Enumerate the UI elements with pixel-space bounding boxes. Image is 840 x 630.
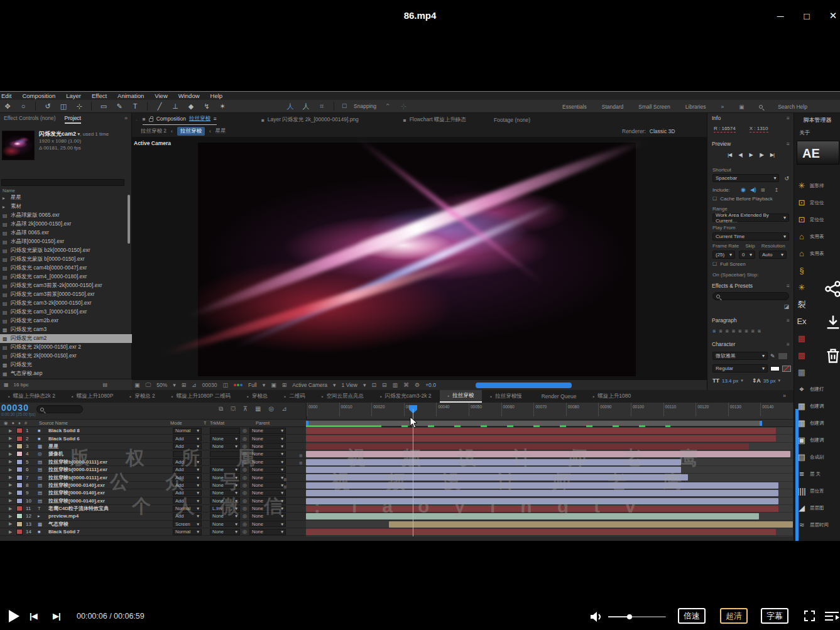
layer-duration-bar[interactable] <box>306 498 778 504</box>
minimize-icon[interactable]: ─ <box>775 11 786 21</box>
resolution-value[interactable]: Full <box>248 382 257 388</box>
tab-effect-controls[interactable]: Effect Controls (none) <box>4 115 56 124</box>
layer-color-swatch[interactable] <box>16 436 23 442</box>
cache-checkbox[interactable]: ☐ <box>712 196 717 202</box>
parent-pickwhip-icon[interactable]: ◎ <box>240 529 249 535</box>
project-file-item[interactable]: ▤ 闪烁发光 cam3_[0000-0150].exr <box>0 308 132 317</box>
project-search-bar[interactable] <box>1 179 124 186</box>
track-row[interactable] <box>306 459 793 466</box>
layer-duration-bar[interactable] <box>306 506 778 512</box>
layer-color-swatch[interactable] <box>16 506 23 511</box>
project-file-item[interactable]: ▤ 闪烁发光 cam2b.exr <box>0 317 132 325</box>
tabs-overflow-icon[interactable]: » <box>783 393 791 399</box>
parent-pickwhip-icon[interactable]: ◎ <box>240 428 249 433</box>
font-family-select[interactable]: 微软雅黑▾ <box>712 352 768 360</box>
axis-view-icon[interactable]: ⌗ <box>317 102 326 111</box>
effects-search-input[interactable] <box>712 292 789 300</box>
timeline-tab[interactable]: ▪ 穿梭总 <box>239 390 276 403</box>
fast-preview-icon[interactable]: ⊟ <box>382 382 387 388</box>
project-file-item[interactable]: ▤ 水晶球 2k[0000-0150].exr <box>0 220 132 229</box>
col-source-name[interactable]: Source Name <box>39 420 170 426</box>
last-frame-icon[interactable]: ▶| <box>770 152 774 158</box>
project-file-item[interactable]: ▩ 闪烁发光 <box>0 361 132 369</box>
col-t[interactable]: T <box>204 420 210 426</box>
project-file-item[interactable]: ▤ 闪烁发光 cam4_[0000-0180].exr <box>0 273 132 281</box>
menu-item[interactable]: Window <box>178 92 200 99</box>
script-item[interactable]: |||| 层位置 <box>797 482 840 499</box>
track-row[interactable] <box>306 435 793 442</box>
menu-item[interactable]: Layer <box>66 92 81 99</box>
stroke-bw-swatch[interactable] <box>770 366 780 371</box>
script-item[interactable]: ⌂ 实用表 <box>797 228 840 245</box>
fullscreen-checkbox[interactable]: ☐ <box>712 261 717 267</box>
layer-duration-bar[interactable] <box>306 443 749 450</box>
layer-duration-bar[interactable] <box>306 435 776 442</box>
project-file-item[interactable]: ▤ 闪烁发光 2k[0000-0150].exr <box>0 352 132 361</box>
project-file-item[interactable]: ▤ 水晶球 0065.exr <box>0 229 132 237</box>
trkmat-select[interactable]: None▾ <box>210 513 240 519</box>
graph-editor-icon[interactable]: ⊿ <box>281 405 286 413</box>
menu-item[interactable]: Animation <box>117 92 144 99</box>
menu-item[interactable]: Help <box>210 92 223 99</box>
blend-mode-select[interactable]: Add▾ <box>173 443 202 449</box>
blend-mode-select[interactable]: Normal▾ <box>173 506 202 512</box>
layer-color-swatch[interactable] <box>16 529 23 535</box>
script-item[interactable]: 裂 <box>797 296 840 313</box>
trash-icon-small[interactable]: ▤ <box>103 382 108 388</box>
parent-select[interactable]: None▾ <box>249 497 286 504</box>
project-file-item[interactable]: ▸ 星星 <box>0 193 132 202</box>
panel-overflow-icon[interactable]: » <box>124 115 128 121</box>
track-row[interactable] <box>306 489 793 497</box>
bpc-label[interactable]: 16 bpc <box>14 382 29 388</box>
overlays-include-icon[interactable]: ⊞ <box>761 187 765 193</box>
layer-row[interactable]: ▶ 1 ■ Black Solid 8 Normal▾ ◎ None▾ <box>0 427 306 435</box>
layer-duration-bar[interactable] <box>389 521 793 528</box>
pixel-aspect-icon[interactable]: ⊡ <box>371 382 376 388</box>
parent-select[interactable]: None▾ <box>249 443 286 449</box>
layer-row[interactable]: ▶ 6 ▤ 拉丝穿梭b[0000-0111].exr Add▾ None▾ ◎ … <box>0 466 306 474</box>
timeline-tab[interactable]: ▪ 穿梭总 2 <box>121 390 163 403</box>
timeline-search-input[interactable] <box>36 405 83 413</box>
parent-select[interactable]: None▾ <box>249 435 286 442</box>
speed-button[interactable]: 倍速 <box>678 608 706 624</box>
track-row[interactable] <box>306 443 793 450</box>
script-item[interactable]: ▣ 创建调 <box>797 432 840 448</box>
expander-icon[interactable]: ▶ <box>0 491 16 496</box>
expander-icon[interactable]: ▶ <box>0 475 16 480</box>
script-item[interactable]: ▦ 创建调 <box>797 398 840 415</box>
paragraph-panel-title[interactable]: Paragraph <box>712 317 737 323</box>
shortcut-select[interactable]: Spacebar▾ <box>712 174 779 182</box>
current-time-display[interactable]: 00030 <box>1 403 29 413</box>
justify-last-left-icon[interactable]: ≡ <box>732 328 735 334</box>
parent-select[interactable]: None▾ <box>249 451 286 457</box>
timeline-tab[interactable]: Render Queue <box>530 390 585 403</box>
expander-icon[interactable]: ▶ <box>0 482 16 487</box>
expander-icon[interactable]: ▶ <box>0 467 16 472</box>
timeline-tab[interactable]: ▪ 螺旋上升静态2k 2 <box>0 390 63 403</box>
type-tool-icon[interactable]: T <box>131 102 139 110</box>
layer-color-swatch[interactable] <box>16 490 23 496</box>
project-file-item[interactable]: ▤ 闪烁发光蒙版 b2k[0000-0150].exr <box>0 246 132 255</box>
track-row[interactable] <box>306 513 793 520</box>
trkmat-select[interactable]: L.Inv▾ <box>210 506 240 512</box>
exposure-reset-icon[interactable]: ⚙ <box>415 382 420 388</box>
project-file-item[interactable]: ▸ 素材 <box>0 202 132 211</box>
track-row[interactable] <box>306 474 793 481</box>
track-row[interactable] <box>306 528 793 536</box>
motion-blur-icon[interactable]: ◎ <box>269 405 275 413</box>
timeline-ruler[interactable]: 0000000100002000030000400005000060000700… <box>306 403 793 419</box>
blend-mode-select[interactable]: Screen▾ <box>173 521 202 527</box>
layer-row[interactable]: ▶ 10 ▤ 拉丝穿梭[0000-0140].exr Add▾ None▾ ◎ … <box>0 497 306 505</box>
timeline-tab[interactable]: ▪ 二维码 <box>276 390 313 403</box>
workspace-tab[interactable]: Small Screen <box>638 104 670 110</box>
channel-icon[interactable] <box>234 384 243 386</box>
timeline-tab[interactable]: ▪ 螺旋上升1080 <box>584 390 639 403</box>
project-file-item[interactable]: ▤ 闪烁发光 cam4b[0000-0047].exr <box>0 264 132 273</box>
font-size-value[interactable]: 13.4 px <box>722 378 738 384</box>
layer-row[interactable]: ▶ 14 ■ Black Solid 7 Normal▾ None▾ ◎ Non… <box>0 528 306 536</box>
view-count-select[interactable]: 1 View <box>342 382 357 388</box>
layer-row[interactable]: ▶ 13 ▩ 气态穿梭 Screen▾ None▾ ◎ None▾ <box>0 521 306 528</box>
project-file-item[interactable]: ▩ 闪烁发光 cam3 <box>0 325 132 334</box>
parent-pickwhip-icon[interactable]: ◎ <box>240 443 249 449</box>
workspace-tab[interactable]: Libraries <box>685 104 706 110</box>
